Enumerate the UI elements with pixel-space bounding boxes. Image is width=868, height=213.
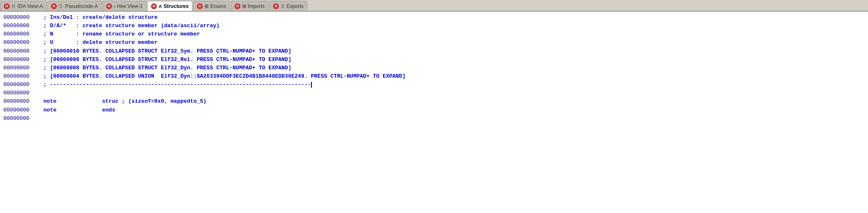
tab-close-icon[interactable]: ✕ bbox=[273, 3, 279, 9]
tab-label: Structures bbox=[163, 3, 189, 9]
address-cell: 00000000 bbox=[3, 106, 37, 114]
tab-ida-view-a[interactable]: ✕🗒IDA View-A bbox=[0, 1, 46, 11]
code-text-cell: note ends bbox=[40, 106, 115, 114]
tab-pseudocode-a[interactable]: ✕🗒Pseudocode-A bbox=[47, 1, 102, 11]
address-cell: 00000000 bbox=[3, 97, 37, 106]
tab-close-icon[interactable]: ✕ bbox=[51, 3, 57, 9]
code-text-cell: ; [00000010 BYTES. COLLAPSED STRUCT Elf3… bbox=[40, 47, 291, 56]
address-cell: 00000000 bbox=[3, 22, 37, 30]
address-cell: 00000000 bbox=[3, 64, 37, 72]
address-cell: 00000000 bbox=[3, 38, 37, 47]
code-text-cell: ; N : rename structure or structure memb… bbox=[40, 30, 200, 38]
code-text-cell: ; D/A/* : create structure member (data/… bbox=[40, 22, 220, 30]
tab-hex-view-1[interactable]: ✕▪Hex View-1 bbox=[102, 1, 146, 11]
tab-enums[interactable]: ✕▦Enums bbox=[193, 1, 230, 11]
tab-imports[interactable]: ✕▦Imports bbox=[231, 1, 268, 11]
table-row: 00000000 note ends bbox=[3, 106, 865, 114]
tab-close-icon[interactable]: ✕ bbox=[106, 3, 112, 9]
tab-exports[interactable]: ✕🗒Exports bbox=[269, 1, 308, 11]
address-cell: 00000000 bbox=[3, 56, 37, 64]
code-text-cell: ; --------------------------------------… bbox=[40, 81, 312, 89]
code-text-cell: ; [00000008 BYTES. COLLAPSED STRUCT Elf3… bbox=[40, 64, 291, 72]
table-row: 00000000 ; -----------------------------… bbox=[3, 81, 865, 89]
address-cell: 00000000 bbox=[3, 30, 37, 38]
address-cell: 00000000 bbox=[3, 81, 37, 89]
address-cell: 00000000 bbox=[3, 89, 37, 97]
table-row: 00000000 ; [00000008 BYTES. COLLAPSED ST… bbox=[3, 56, 865, 64]
table-row: 00000000 ; Ins/Del : create/delete struc… bbox=[3, 13, 865, 22]
tab-close-icon[interactable]: ✕ bbox=[4, 3, 10, 9]
table-row: 00000000 ; [00000008 BYTES. COLLAPSED ST… bbox=[3, 64, 865, 72]
tab-label: Pseudocode-A bbox=[65, 3, 98, 9]
address-cell: 00000000 bbox=[3, 13, 37, 22]
table-row: 00000000 bbox=[3, 89, 865, 97]
code-text-cell: ; [00000008 BYTES. COLLAPSED STRUCT Elf3… bbox=[40, 56, 291, 64]
table-row: 00000000 ; U : delete structure member bbox=[3, 38, 865, 47]
tab-type-icon: 🗒 bbox=[59, 4, 63, 9]
content-area[interactable]: 00000000 ; Ins/Del : create/delete struc… bbox=[0, 12, 868, 213]
table-row: 00000000 ; D/A/* : create structure memb… bbox=[3, 22, 865, 30]
tab-label: Imports bbox=[248, 3, 265, 9]
tab-label: IDA View-A bbox=[18, 3, 43, 9]
tab-structures[interactable]: ✕AStructures bbox=[147, 1, 192, 11]
text-cursor bbox=[311, 82, 312, 88]
table-row: 00000000 bbox=[3, 114, 865, 123]
table-row: 00000000 ; N : rename structure or struc… bbox=[3, 30, 865, 38]
table-row: 00000000 note struc ; (sizeof=0x0, mappe… bbox=[3, 97, 865, 106]
address-cell: 00000000 bbox=[3, 47, 37, 56]
code-text-cell: note struc ; (sizeof=0x0, mappedto_5) bbox=[40, 97, 207, 106]
code-text-cell: ; [00000004 BYTES. COLLAPSED UNION Elf32… bbox=[40, 72, 406, 81]
tab-label: Exports bbox=[287, 3, 304, 9]
tab-type-icon: 🗒 bbox=[281, 4, 285, 9]
tab-close-icon[interactable]: ✕ bbox=[235, 3, 240, 9]
tab-bar: ✕🗒IDA View-A✕🗒Pseudocode-A✕▪Hex View-1✕A… bbox=[0, 0, 868, 12]
tab-type-icon: A bbox=[158, 4, 162, 9]
tab-close-icon[interactable]: ✕ bbox=[197, 3, 203, 9]
code-text-cell: ; U : delete structure member bbox=[40, 38, 158, 47]
address-cell: 00000000 bbox=[3, 72, 37, 81]
tab-type-icon: ▦ bbox=[204, 3, 209, 9]
tab-type-icon: ▪ bbox=[114, 4, 115, 9]
code-text-cell: ; Ins/Del : create/delete structure bbox=[40, 13, 158, 22]
tab-type-icon: 🗒 bbox=[11, 4, 16, 9]
tab-label: Hex View-1 bbox=[117, 3, 143, 9]
tab-type-icon: ▦ bbox=[242, 3, 246, 9]
table-row: 00000000 ; [00000004 BYTES. COLLAPSED UN… bbox=[3, 72, 865, 81]
table-row: 00000000 ; [00000010 BYTES. COLLAPSED ST… bbox=[3, 47, 865, 56]
address-cell: 00000000 bbox=[3, 114, 37, 123]
tab-label: Enums bbox=[210, 3, 226, 9]
tab-close-icon[interactable]: ✕ bbox=[151, 3, 157, 9]
